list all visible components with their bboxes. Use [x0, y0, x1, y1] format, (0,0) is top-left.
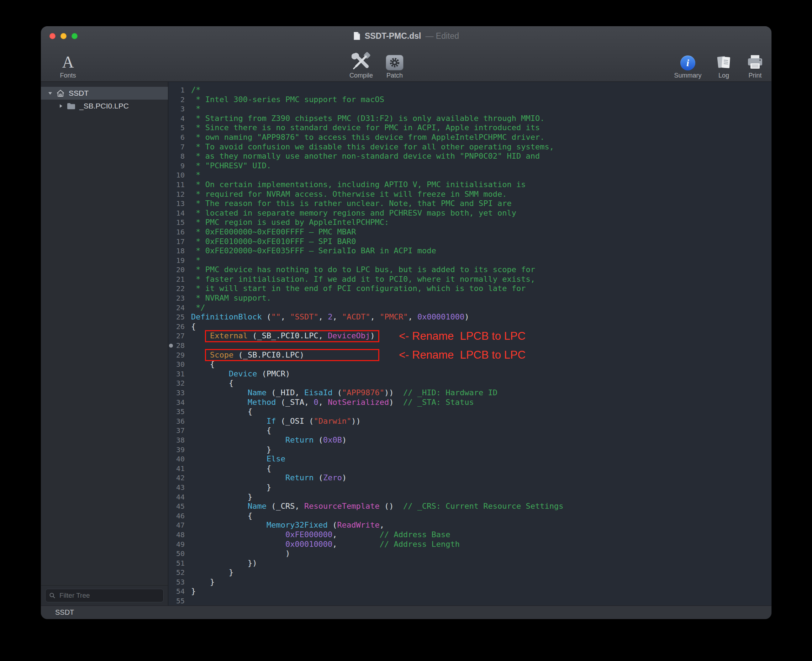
line-number: 26 — [168, 322, 185, 332]
code-line: 39 } — [168, 445, 771, 455]
code-line: 36 If (_OSI ("Darwin")) — [168, 417, 771, 426]
code-line: 22 * it will start in the end of PCI con… — [168, 284, 771, 294]
code-line: 52 } — [168, 568, 771, 577]
code-line: 15 * PMC region is used by AppleIntelPCH… — [168, 218, 771, 227]
code-lines: 1/*2 * Intel 300-series PMC support for … — [168, 85, 771, 605]
patch-button[interactable]: Patch — [382, 48, 407, 79]
line-number: 35 — [168, 407, 185, 417]
code-line: 10 * — [168, 171, 771, 180]
summary-button[interactable]: i Summary — [673, 48, 703, 79]
line-number: 42 — [168, 473, 185, 483]
code-line: 53 } — [168, 577, 771, 587]
code-line: 48 0xFE000000, // Address Base — [168, 530, 771, 540]
line-number: 36 — [168, 417, 185, 426]
window-chrome: SSDT-PMC.dsl — Edited A Fonts — [41, 26, 771, 82]
line-number: 47 — [168, 520, 185, 530]
filter-area — [41, 585, 168, 605]
print-button[interactable]: Print — [744, 48, 766, 79]
compile-label: Compile — [349, 72, 373, 79]
code-line: 41 { — [168, 464, 771, 474]
disclosure-right-icon[interactable] — [58, 104, 64, 109]
line-number: 2 — [168, 95, 185, 105]
sidebar-item-ssdt[interactable]: SSDT — [41, 87, 168, 100]
code-line: 3 * — [168, 104, 771, 114]
print-label: Print — [748, 72, 761, 79]
code-line: 24 */ — [168, 303, 771, 313]
line-number: 41 — [168, 464, 185, 474]
sidebar-item-sb-pci0-lpc[interactable]: _SB.PCI0.LPC — [41, 100, 168, 112]
line-number: 31 — [168, 369, 185, 379]
folder-icon — [67, 103, 76, 110]
line-number: 10 — [168, 171, 185, 180]
code-line: 34 Method (_STA, 0, NotSerialized) // _S… — [168, 398, 771, 407]
line-number: 13 — [168, 199, 185, 209]
patch-label: Patch — [387, 72, 403, 79]
line-number: 43 — [168, 483, 185, 492]
code-line: 18 * 0xFE020000~0xFE035FFF — SerialIo BA… — [168, 246, 771, 256]
code-line: 55 — [168, 596, 771, 605]
line-number: 45 — [168, 501, 185, 511]
line-number: 46 — [168, 511, 185, 521]
code-line: 50 ) — [168, 549, 771, 559]
line-number: 50 — [168, 549, 185, 559]
code-line: 23 * NVRAM support. — [168, 294, 771, 303]
code-line: 47 Memory32Fixed (ReadWrite, — [168, 520, 771, 530]
line-number: 23 — [168, 294, 185, 303]
code-line: 44 } — [168, 492, 771, 502]
code-line: 38 Return (0x0B) — [168, 436, 771, 445]
annotation-text-external: <- Rename LPCB to LPC — [399, 330, 526, 342]
code-line: 9 * "PCHRESV" UID. — [168, 161, 771, 171]
code-line: 32 { — [168, 378, 771, 388]
window-title: SSDT-PMC.dsl — Edited — [353, 31, 459, 41]
filter-tree-field[interactable] — [45, 589, 164, 602]
code-line: 12 * required for NVRAM access. Otherwis… — [168, 190, 771, 199]
code-line: 37 { — [168, 426, 771, 436]
line-number: 39 — [168, 445, 185, 455]
compile-tools-icon — [352, 52, 371, 70]
code-line: 13 * The reason for this is rather uncle… — [168, 199, 771, 209]
line-number: 29 — [168, 350, 185, 360]
code-line: 33 Name (_HID, EisaId ("APP9876")) // _H… — [168, 388, 771, 398]
line-number: 15 — [168, 218, 185, 227]
acpi-tree: SSDT _SB.PCI0.LPC — [41, 82, 168, 585]
line-number: 44 — [168, 492, 185, 502]
patch-gear-icon — [386, 55, 403, 70]
document-icon — [353, 32, 360, 40]
traffic-lights — [50, 26, 78, 46]
line-number: 21 — [168, 275, 185, 284]
titlebar: SSDT-PMC.dsl — Edited — [41, 26, 771, 46]
fonts-icon: A — [62, 54, 74, 70]
line-number: 20 — [168, 265, 185, 275]
edited-badge: — Edited — [425, 31, 459, 41]
line-number: 24 — [168, 303, 185, 313]
line-number: 38 — [168, 436, 185, 445]
line-number: 3 — [168, 104, 185, 114]
line-number: 25 — [168, 312, 185, 322]
filter-tree-input[interactable] — [59, 591, 160, 600]
code-line: 16 * 0xFE000000~0xFE00FFFF — PMC MBAR — [168, 227, 771, 237]
fonts-button[interactable]: A Fonts — [51, 48, 85, 79]
code-editor[interactable]: 1/*2 * Intel 300-series PMC support for … — [168, 82, 771, 605]
minimize-button[interactable] — [61, 33, 67, 39]
code-line: 19 * — [168, 256, 771, 265]
code-line: 1/* — [168, 85, 771, 95]
toolbar-center-group: Compile Patch — [345, 48, 407, 79]
code-line: 11 * On certain implementations, includi… — [168, 180, 771, 190]
code-line: 54} — [168, 587, 771, 596]
compile-button[interactable]: Compile — [345, 48, 377, 79]
code-line: 42 Return (Zero) — [168, 473, 771, 483]
code-line: 46 { — [168, 511, 771, 521]
line-number: 6 — [168, 133, 185, 142]
code-line: 4 * Starting from Z390 chipsets PMC (D31… — [168, 114, 771, 123]
line-number: 9 — [168, 161, 185, 171]
zoom-button[interactable] — [72, 33, 78, 39]
code-line: 45 Name (_CRS, ResourceTemplate () // _C… — [168, 501, 771, 511]
close-button[interactable] — [50, 33, 56, 39]
line-number: 19 — [168, 256, 185, 265]
status-bar: SSDT — [41, 605, 771, 619]
disclosure-down-icon[interactable] — [47, 91, 53, 96]
code-line: 43 } — [168, 483, 771, 492]
line-number: 30 — [168, 360, 185, 369]
log-button[interactable]: Log — [714, 48, 734, 79]
annotation-box-scope — [205, 349, 379, 361]
